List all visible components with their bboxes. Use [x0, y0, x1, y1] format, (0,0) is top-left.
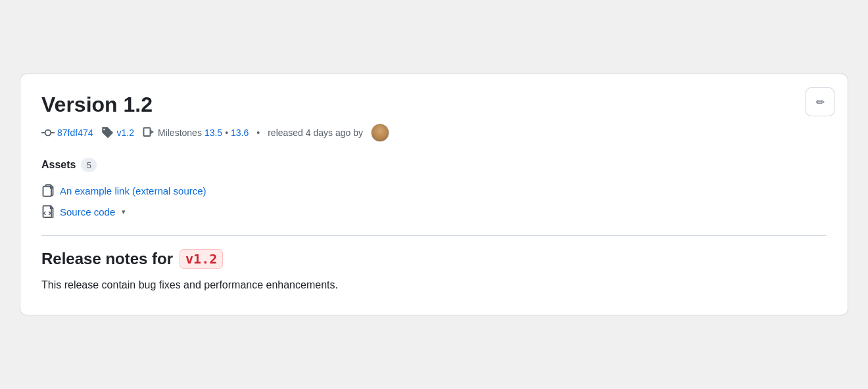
- release-card: ✏ Version 1.2 87fdf474 v1.2 Milestones 1…: [20, 74, 848, 315]
- section-divider: [41, 235, 827, 236]
- milestone-meta: Milestones 13.5 • 13.6: [142, 126, 249, 139]
- external-link-label: An example link (external source): [60, 185, 206, 196]
- dot-sep: •: [225, 127, 228, 138]
- external-link-icon: [41, 184, 55, 197]
- assets-label: Assets: [41, 159, 76, 171]
- release-notes-heading: Release notes for v1.2: [41, 249, 827, 269]
- dot-sep-2: •: [256, 127, 260, 138]
- pencil-icon: ✏: [816, 96, 825, 108]
- version-badge: v1.2: [180, 249, 223, 269]
- avatar: [371, 124, 389, 142]
- svg-rect-3: [143, 128, 150, 137]
- assets-count: 5: [81, 158, 97, 172]
- milestone-2-link[interactable]: 13.6: [231, 127, 249, 138]
- tag-link[interactable]: v1.2: [117, 127, 134, 138]
- release-body-text: This release contain bug fixes and perfo…: [41, 277, 827, 294]
- assets-section: Assets 5 An example link (external sourc…: [41, 158, 827, 222]
- source-code-row: Source code ▾: [41, 201, 827, 222]
- external-link-item[interactable]: An example link (external source): [41, 180, 827, 201]
- commit-meta: 87fdf474: [41, 126, 93, 139]
- assets-header: Assets 5: [41, 158, 827, 172]
- avatar-image: [372, 124, 389, 142]
- source-code-icon: [41, 205, 55, 218]
- milestone-1-link[interactable]: 13.5: [205, 127, 222, 138]
- release-meta: 87fdf474 v1.2 Milestones 13.5 • 13.6 • r…: [41, 124, 827, 142]
- commit-icon: [41, 126, 55, 139]
- notes-heading-prefix: Release notes for: [41, 250, 173, 268]
- tag-icon: [101, 126, 114, 139]
- release-title: Version 1.2: [41, 93, 827, 117]
- source-code-label: Source code: [60, 206, 115, 217]
- chevron-down-icon[interactable]: ▾: [122, 208, 126, 216]
- svg-point-0: [45, 130, 51, 136]
- source-code-link[interactable]: Source code: [41, 201, 115, 222]
- tag-meta: v1.2: [101, 126, 134, 139]
- milestones-label: Milestones: [158, 127, 202, 138]
- edit-button[interactable]: ✏: [806, 87, 834, 116]
- released-text: released 4 days ago by: [268, 127, 363, 138]
- commit-link[interactable]: 87fdf474: [57, 127, 93, 138]
- milestone-icon: [142, 126, 155, 139]
